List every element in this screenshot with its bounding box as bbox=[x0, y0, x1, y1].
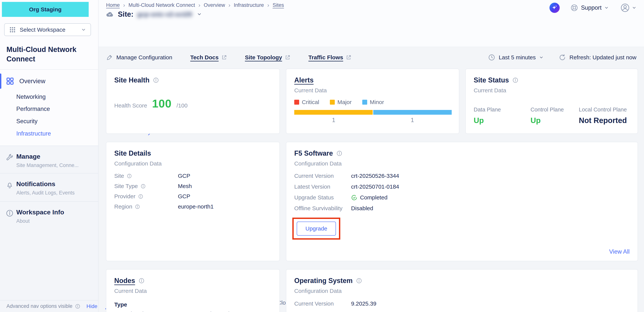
card-subtitle: Configuration Data bbox=[294, 160, 630, 167]
sidebar: Org Staging Select Workspace Multi-Cloud… bbox=[0, 0, 98, 312]
traffic-flows-link[interactable]: Traffic Flows bbox=[308, 54, 352, 61]
breadcrumb-sites[interactable]: Sites bbox=[273, 2, 284, 8]
sidebar-item-overview[interactable]: Overview bbox=[0, 74, 98, 89]
refresh-icon bbox=[559, 54, 566, 61]
chevron-down-icon bbox=[604, 6, 609, 10]
view-all-link[interactable]: View All bbox=[609, 248, 630, 255]
nodes-card-title-link[interactable]: Nodes bbox=[114, 277, 135, 285]
row-value: GCP bbox=[178, 173, 190, 179]
section-title: Workspace Info bbox=[16, 208, 98, 216]
metric-value: Up bbox=[474, 116, 530, 125]
info-icon[interactable] bbox=[336, 150, 342, 156]
label-text: Site bbox=[114, 173, 124, 179]
time-range-selector[interactable]: Last 5 minutes bbox=[488, 54, 544, 61]
breadcrumb-home[interactable]: Home bbox=[106, 2, 120, 8]
row-value: 9.2025.39 bbox=[351, 300, 376, 307]
site-details-card: Site Details Configuration Data Site GCP… bbox=[106, 142, 280, 261]
upgrade-status-value: Completed bbox=[360, 194, 388, 201]
info-circle-icon bbox=[6, 209, 14, 217]
page-toolbar: Manage Configuration Tech Docs Site Topo… bbox=[98, 49, 644, 66]
breadcrumb-infrastructure[interactable]: Infrastructure bbox=[234, 2, 264, 8]
node-type-columns: Control Nodes Worker Nodes bbox=[114, 311, 286, 312]
info-icon[interactable] bbox=[135, 204, 140, 209]
row-label: Site bbox=[114, 173, 178, 179]
sidebar-item-label: Overview bbox=[19, 78, 46, 85]
link-label: Traffic Flows bbox=[308, 54, 343, 61]
alerts-stacked-bar[interactable] bbox=[294, 110, 452, 115]
tech-docs-link[interactable]: Tech Docs bbox=[190, 54, 227, 61]
legend-minor: Minor bbox=[362, 99, 384, 105]
external-link-icon bbox=[285, 55, 290, 60]
site-topology-link[interactable]: Site Topology bbox=[245, 54, 290, 61]
manage-configuration-button[interactable]: Manage Configuration bbox=[106, 54, 172, 61]
type-heading: Type bbox=[114, 301, 127, 308]
sidebar-item-security[interactable]: Security bbox=[16, 118, 92, 125]
wrench-icon bbox=[6, 154, 14, 161]
overview-grid-icon bbox=[6, 77, 14, 86]
chevron-down-icon[interactable] bbox=[197, 12, 202, 17]
user-menu[interactable] bbox=[620, 3, 636, 13]
refresh-button[interactable]: Refresh: Updated just now bbox=[559, 54, 636, 61]
sidebar-item-workspace-info[interactable]: Workspace Info About bbox=[0, 201, 98, 228]
site-label: Site: bbox=[118, 10, 134, 18]
health-score-label: Health Score bbox=[114, 102, 147, 109]
breadcrumb-overview[interactable]: Overview bbox=[204, 2, 225, 8]
os-rows: Current Version 9.2025.39 Latest Version… bbox=[294, 301, 376, 312]
sidebar-item-performance[interactable]: Performance bbox=[16, 106, 92, 112]
clock-icon bbox=[488, 54, 495, 61]
minor-bar-segment[interactable] bbox=[373, 110, 452, 115]
site-type-row: Site Type Mesh bbox=[114, 183, 272, 189]
row-value: crt-20250701-0184 bbox=[351, 183, 399, 190]
sidebar-item-notifications[interactable]: Notifications Alerts, Audit Logs, Events bbox=[0, 173, 98, 201]
info-icon[interactable] bbox=[140, 184, 146, 189]
upgrade-button[interactable]: Upgrade bbox=[297, 222, 336, 236]
info-icon[interactable] bbox=[127, 173, 132, 179]
section-subtitle: Alerts, Audit Logs, Events bbox=[16, 190, 98, 196]
breadcrumb-separator: › bbox=[267, 2, 269, 8]
chevron-down-icon bbox=[632, 6, 636, 10]
card-title: F5 Software bbox=[294, 149, 333, 157]
info-icon[interactable] bbox=[138, 194, 143, 199]
legend-critical: Critical bbox=[294, 99, 319, 105]
card-subtitle: Configuration Data bbox=[114, 160, 272, 167]
row-label: Latest Version bbox=[294, 311, 351, 312]
sidebar-divider bbox=[0, 69, 98, 70]
link-label: Site Topology bbox=[245, 54, 282, 61]
info-icon[interactable] bbox=[356, 278, 362, 284]
support-menu[interactable]: Support bbox=[570, 4, 609, 12]
hide-advanced-nav-link[interactable]: Hide bbox=[86, 303, 98, 309]
external-link-icon bbox=[221, 55, 227, 60]
f5-software-rows: Current Version crt-20250526-3344 Latest… bbox=[294, 173, 399, 216]
major-count: 1 bbox=[294, 117, 373, 124]
card-subtitle: Configuration Data bbox=[294, 288, 630, 294]
region-row: Region europe-north1 bbox=[114, 204, 272, 210]
label-text: Provider bbox=[114, 193, 136, 200]
workspace-selector[interactable]: Select Workspace bbox=[4, 23, 91, 36]
active-indicator bbox=[0, 74, 1, 89]
major-bar-segment[interactable] bbox=[294, 110, 373, 115]
row-label: Latest Version bbox=[294, 183, 351, 190]
control-nodes-label: Control Nodes bbox=[114, 311, 200, 312]
nodes-card: Nodes Current Data Type Control Nodes Wo… bbox=[106, 269, 280, 312]
site-status-metrics: Data Plane Up Control Plane Up Local Con… bbox=[474, 107, 627, 125]
sidebar-item-networking[interactable]: Networking bbox=[16, 93, 92, 100]
workspace-selector-label: Select Workspace bbox=[20, 27, 65, 33]
alerts-card-title-link[interactable]: Alerts bbox=[294, 76, 314, 84]
info-icon[interactable] bbox=[138, 278, 144, 284]
current-version-row: Current Version 9.2025.39 bbox=[294, 301, 376, 307]
sidebar-item-infrastructure[interactable]: Infrastructure bbox=[16, 130, 92, 137]
sidebar-item-manage[interactable]: Manage Site Management, Conne... bbox=[0, 146, 98, 173]
row-label: Offline Survivability bbox=[294, 205, 351, 211]
info-icon[interactable] bbox=[153, 77, 159, 83]
ai-assistant-icon[interactable] bbox=[550, 3, 560, 13]
pencil-icon bbox=[106, 54, 113, 61]
provider-row: Provider GCP bbox=[114, 193, 272, 199]
row-value: europe-north1 bbox=[178, 203, 214, 210]
time-range-label: Last 5 minutes bbox=[499, 54, 536, 61]
org-banner[interactable]: Org Staging bbox=[2, 2, 89, 17]
current-version-row: Current Version crt-20250526-3344 bbox=[294, 173, 399, 179]
alerts-counts: 1 1 bbox=[294, 117, 452, 124]
info-icon[interactable] bbox=[512, 77, 518, 83]
legend-label: Major bbox=[338, 99, 352, 105]
breadcrumb-mcn[interactable]: Multi-Cloud Network Connect bbox=[128, 2, 195, 8]
